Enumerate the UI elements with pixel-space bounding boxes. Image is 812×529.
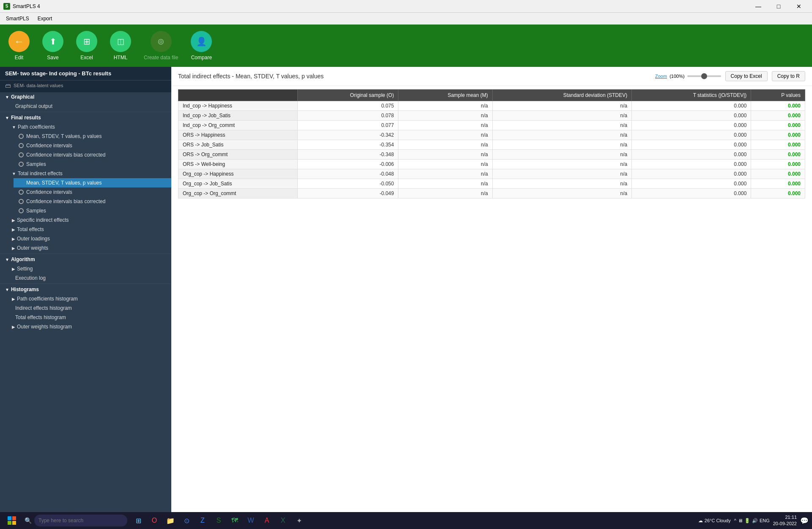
sidebar-section-total-indirect[interactable]: ▼ Total indirect effects (7, 169, 171, 178)
taskbar-search-input[interactable] (34, 515, 127, 526)
sidebar-section-path-coefficients[interactable]: ▼ Path coefficients (7, 122, 171, 132)
excel-button[interactable]: ⊞ Excel (76, 31, 97, 61)
table-row: Ind_cop -> Job_Satis 0.078 n/a n/a 0.000… (178, 111, 805, 121)
search-icon: 🔍 (25, 517, 32, 524)
battery-icon[interactable]: 🔋 (744, 518, 750, 523)
sidebar-section-algorithm[interactable]: ▼ Algorithm (0, 255, 171, 264)
cell-tstat: 0.000 (632, 179, 751, 189)
save-button[interactable]: ⬆ Save (42, 31, 63, 61)
outer-weights-label: Outer weights (17, 245, 48, 251)
sidebar-item-path-ci-bc[interactable]: Confidence intervals bias corrected (14, 150, 171, 160)
sidebar-item-total-indirect-samples[interactable]: Samples (14, 206, 171, 215)
results-table-container: Original sample (O) Sample mean (M) Stan… (171, 86, 812, 512)
zoom-slider[interactable] (687, 75, 721, 77)
sidebar-item-path-samples[interactable]: Samples (14, 160, 171, 169)
sidebar-item-graphical-output[interactable]: Graphical output (0, 102, 171, 111)
path-coefficients-label: Path coefficients (18, 124, 55, 130)
sidebar-item-total-indirect-mean[interactable]: Mean, STDEV, T values, p values (14, 178, 171, 187)
compare-button[interactable]: 👤 Compare (191, 31, 212, 61)
chevron-icon[interactable]: ^ (734, 518, 736, 523)
sidebar-section-total-effects[interactable]: ▶ Total effects (7, 225, 171, 234)
taskbar-icon-office[interactable]: O (147, 513, 162, 528)
taskbar-icon-chrome[interactable]: ⊙ (179, 513, 194, 528)
sidebar-item-total-hist[interactable]: Total effects histogram (10, 313, 171, 322)
sidebar-section-outer-weights-hist[interactable]: ▶ Outer weights histogram (7, 322, 171, 331)
algorithm-label: Algorithm (11, 256, 35, 262)
copy-excel-button[interactable]: Copy to Excel (725, 71, 768, 81)
minimize-button[interactable]: — (749, 0, 768, 13)
graphical-output-label: Graphical output (15, 103, 52, 109)
search-bar[interactable]: 🔍 (25, 515, 127, 526)
html-label: HTML (114, 55, 128, 61)
edit-icon: ← (8, 31, 30, 52)
cell-stdev: n/a (492, 150, 631, 160)
sidebar-section-graphical[interactable]: ▼ Graphical (0, 92, 171, 102)
sidebar-section-outer-loadings[interactable]: ▶ Outer loadings (7, 234, 171, 243)
sidebar-section-outer-weights[interactable]: ▶ Outer weights (7, 243, 171, 253)
excel-label: Excel (80, 55, 93, 61)
create-data-button[interactable]: ⊚ Create data file (144, 31, 178, 61)
taskbar-icon-word[interactable]: W (243, 513, 258, 528)
sidebar-section-specific-indirect[interactable]: ▶ Specific indirect effects (7, 215, 171, 225)
cell-path: Org_cop -> Org_commt (178, 189, 298, 198)
cell-path: ORS -> Happiness (178, 130, 298, 140)
taskbar-icon-zoom[interactable]: Z (195, 513, 210, 528)
menu-export[interactable]: Export (33, 14, 57, 23)
cell-original: -0.050 (297, 179, 398, 189)
menu-smartpls[interactable]: SmartPLS (2, 14, 33, 23)
cell-stdev: n/a (492, 140, 631, 150)
total-hist-label: Total effects histogram (15, 314, 66, 320)
cell-tstat: 0.000 (632, 150, 751, 160)
time-info: 21:11 20-09-2022 (773, 514, 797, 527)
copy-r-button[interactable]: Copy to R (772, 71, 805, 81)
sidebar-item-path-mean[interactable]: Mean, STDEV, T values, p values (14, 132, 171, 141)
maximize-button[interactable]: □ (769, 0, 788, 13)
start-button[interactable] (3, 513, 20, 528)
sidebar-item-path-ci[interactable]: Confidence intervals (14, 141, 171, 150)
taskbar-icon-folder[interactable]: 📁 (163, 513, 178, 528)
sidebar-item-execution-log[interactable]: Execution log (10, 273, 171, 283)
taskbar-icon-task-view[interactable]: ⊞ (131, 513, 146, 528)
expand-arrow-histograms: ▼ (5, 287, 9, 292)
expand-arrow-total-effects: ▶ (12, 227, 15, 232)
close-button[interactable]: ✕ (789, 0, 809, 13)
sidebar-item-total-indirect-ci[interactable]: Confidence intervals (14, 187, 171, 197)
taskbar-icon-maps[interactable]: 🗺 (227, 513, 242, 528)
taskbar-icon-acrobat[interactable]: A (259, 513, 274, 528)
radio-path-ci (19, 143, 24, 148)
cell-pvalue: 0.000 (751, 160, 805, 169)
cell-pvalue: 0.000 (751, 169, 805, 179)
radio-total-indirect-samples (19, 208, 24, 213)
cell-mean: n/a (398, 140, 492, 150)
sidebar-section-histograms[interactable]: ▼ Histograms (0, 285, 171, 294)
html-icon: ◫ (110, 31, 131, 52)
taskbar-icon-smartpls[interactable]: S (211, 513, 226, 528)
sidebar-section-path-hist[interactable]: ▶ Path coefficients histogram (7, 294, 171, 303)
cell-pvalue: 0.000 (751, 130, 805, 140)
svg-rect-1 (12, 516, 16, 520)
taskbar-icon-misc[interactable]: ✦ (291, 513, 307, 528)
table-row: ORS -> Job_Satis -0.354 n/a n/a 0.000 0.… (178, 140, 805, 150)
lang-text: ENG (760, 518, 770, 523)
final-results-label: Final results (11, 115, 41, 121)
network-icon[interactable]: 🖥 (738, 518, 743, 523)
sidebar-section-setting[interactable]: ▶ Setting (7, 264, 171, 273)
zoom-link[interactable]: Zoom (655, 74, 667, 79)
edit-button[interactable]: ← Edit (8, 31, 30, 61)
cell-original: 0.075 (297, 101, 398, 111)
sidebar-section-final-results[interactable]: ▼ Final results (0, 113, 171, 122)
weather-icon: ☁ (698, 518, 703, 523)
html-button[interactable]: ◫ HTML (110, 31, 131, 61)
taskbar-icon-excel[interactable]: X (275, 513, 291, 528)
path-ci-bc-label: Confidence intervals bias corrected (26, 152, 105, 158)
cell-pvalue: 0.000 (751, 111, 805, 121)
cell-pvalue: 0.000 (751, 140, 805, 150)
svg-rect-0 (8, 516, 11, 520)
volume-icon[interactable]: 🔊 (752, 518, 758, 523)
app-icon: S (3, 3, 10, 10)
cell-tstat: 0.000 (632, 101, 751, 111)
sidebar-item-total-indirect-ci-bc[interactable]: Confidence intervals bias corrected (14, 197, 171, 206)
notification-icon[interactable]: 💬 (800, 517, 809, 525)
title-bar: S SmartPLS 4 — □ ✕ (0, 0, 812, 13)
sidebar-item-indirect-hist[interactable]: Indirect effects histogram (10, 303, 171, 313)
